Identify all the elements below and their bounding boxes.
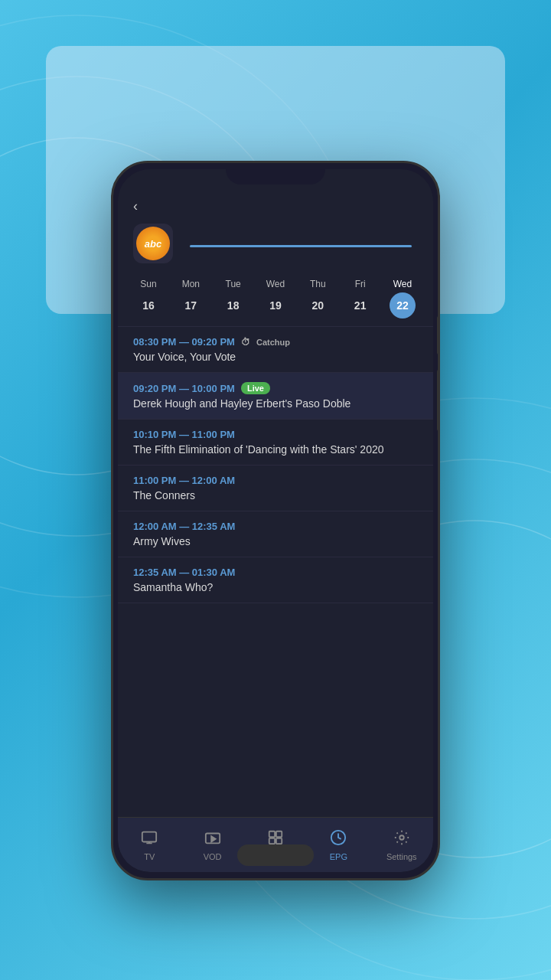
catchup-icon: ⏱ [241, 337, 250, 348]
program-time: 12:00 AM — 12:35 AM [133, 521, 418, 532]
nav-item-tv[interactable]: TV [126, 829, 172, 861]
header [0, 46, 551, 78]
svg-rect-11 [276, 838, 282, 843]
svg-point-13 [399, 835, 404, 840]
program-item[interactable]: 11:00 PM — 12:00 AM The Conners [118, 466, 433, 511]
phone-frame: ‹ abc [111, 161, 440, 880]
phone-notch [226, 163, 325, 185]
program-time-text: 08:30 PM — 09:20 PM [133, 336, 235, 348]
day-item-mon-17[interactable]: Mon 17 [172, 279, 209, 318]
tv-icon [141, 829, 158, 850]
svg-rect-6 [142, 831, 156, 841]
program-time-text: 09:20 PM — 10:00 PM [133, 383, 235, 394]
day-number: 20 [305, 292, 331, 318]
program-time-text: 12:00 AM — 12:35 AM [133, 521, 235, 532]
day-name: Thu [310, 279, 326, 289]
side-button-power [437, 316, 440, 354]
program-title: The Fifth Elimination of 'Dancing with t… [133, 443, 418, 456]
channel-info [184, 240, 418, 247]
program-title: Derek Hough and Hayley Erbert's Paso Dob… [133, 397, 418, 410]
program-item[interactable]: 12:35 AM — 01:30 AM Samantha Who? [118, 557, 433, 603]
program-time-text: 11:00 PM — 12:00 AM [133, 475, 235, 486]
program-title: The Conners [133, 489, 418, 501]
program-time: 10:10 PM — 11:00 PM [133, 429, 418, 440]
day-name: Tue [226, 279, 241, 289]
day-name: Wed [266, 279, 285, 289]
abc-logo: abc [136, 227, 170, 260]
day-item-wed-22[interactable]: Wed 22 [384, 279, 421, 318]
time-progress-bar [190, 245, 412, 247]
program-title: Army Wives [133, 535, 418, 547]
live-badge: Live [241, 382, 270, 394]
day-number: 22 [390, 292, 416, 318]
program-list: 08:30 PM — 09:20 PM ⏱ Catchup Your Voice… [118, 327, 433, 817]
program-time: 11:00 PM — 12:00 AM [133, 475, 418, 486]
channel-header: abc [118, 220, 433, 271]
day-selector: Sun 16 Mon 17 Tue 18 Wed 19 Thu 20 Fri 2… [118, 276, 433, 326]
day-name: Fri [355, 279, 366, 289]
nav-item-vod[interactable]: VOD [190, 829, 236, 861]
epg-icon [330, 829, 347, 850]
program-time: 12:35 AM — 01:30 AM [133, 567, 418, 578]
program-title: Samantha Who? [133, 581, 418, 593]
day-number: 16 [135, 292, 161, 318]
day-number: 19 [262, 292, 289, 318]
day-item-tue-18[interactable]: Tue 18 [215, 279, 252, 318]
channel-logo: abc [133, 224, 173, 263]
program-item[interactable]: 09:20 PM — 10:00 PM Live Derek Hough and… [118, 373, 433, 420]
nav-item-settings[interactable]: Settings [379, 829, 425, 861]
day-name: Sun [140, 279, 156, 289]
catchup-badge: Catchup [256, 338, 290, 347]
app-content: ‹ abc [118, 169, 433, 872]
program-time-text: 12:35 AM — 01:30 AM [133, 567, 235, 578]
vod-icon [204, 829, 221, 850]
program-item[interactable]: 10:10 PM — 11:00 PM The Fifth Eliminatio… [118, 420, 433, 466]
settings-icon [393, 829, 410, 850]
home-button[interactable] [237, 844, 314, 866]
phone-screen: ‹ abc [118, 169, 433, 872]
nav-label-tv: TV [144, 852, 155, 861]
nav-label-settings: Settings [386, 852, 417, 861]
day-item-wed-19[interactable]: Wed 19 [257, 279, 294, 318]
day-name: Mon [182, 279, 200, 289]
day-item-thu-20[interactable]: Thu 20 [299, 279, 336, 318]
program-item[interactable]: 08:30 PM — 09:20 PM ⏱ Catchup Your Voice… [118, 327, 433, 373]
svg-rect-9 [276, 831, 282, 836]
back-button[interactable]: ‹ [133, 198, 141, 214]
back-chevron-icon: ‹ [133, 198, 138, 214]
program-item[interactable]: 12:00 AM — 12:35 AM Army Wives [118, 511, 433, 557]
day-number: 21 [347, 292, 373, 318]
day-name: Wed [393, 279, 412, 289]
day-number: 17 [178, 292, 204, 318]
nav-label-vod: VOD [204, 852, 222, 861]
day-item-fri-21[interactable]: Fri 21 [342, 279, 379, 318]
program-time: 08:30 PM — 09:20 PM ⏱ Catchup [133, 336, 418, 348]
nav-item-epg[interactable]: EPG [315, 829, 361, 861]
header-title [0, 46, 551, 78]
svg-rect-8 [269, 831, 275, 836]
program-title: Your Voice, Your Vote [133, 351, 418, 363]
svg-rect-10 [269, 838, 275, 843]
side-button-volume [437, 370, 440, 431]
program-time: 09:20 PM — 10:00 PM Live [133, 382, 418, 394]
day-number: 18 [220, 292, 246, 318]
program-time-text: 10:10 PM — 11:00 PM [133, 429, 235, 440]
time-bar [184, 245, 418, 247]
nav-label-epg: EPG [330, 852, 347, 861]
day-item-sun-16[interactable]: Sun 16 [130, 279, 167, 318]
